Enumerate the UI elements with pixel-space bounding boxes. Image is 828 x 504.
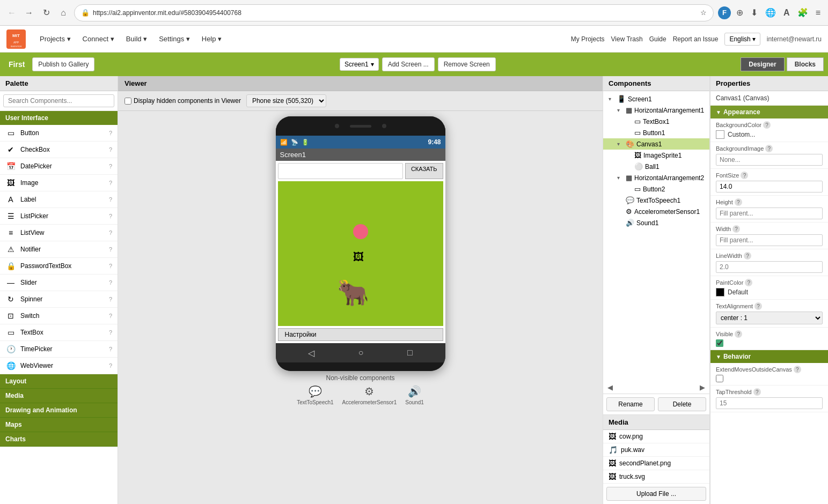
comp-item-texttospeech1[interactable]: 💬 TextToSpeech1 [603, 195, 709, 206]
bookmark-icon[interactable]: ☆ [700, 9, 707, 17]
maps-section[interactable]: Maps [0, 418, 118, 432]
upload-file-button[interactable]: Upload File ... [606, 487, 706, 501]
add-screen-button[interactable]: Add Screen ... [382, 57, 435, 71]
profile-icon[interactable]: F [718, 6, 731, 19]
guide-link[interactable]: Guide [649, 35, 666, 43]
blocks-button[interactable]: Blocks [787, 57, 824, 71]
comp-item-accelerometersensor1[interactable]: ⚙ AccelerometerSensor1 [603, 206, 709, 217]
media-item-secondPlanet_png[interactable]: 🖼 secondPlanet.png [603, 457, 709, 470]
my-projects-link[interactable]: My Projects [571, 35, 605, 43]
refresh-button[interactable]: ↻ [40, 6, 53, 19]
phone-settings-button[interactable]: Настройки [278, 328, 443, 341]
media-item-puk_wav[interactable]: 🎵 puk.wav [603, 443, 709, 457]
visible-checkbox[interactable] [716, 339, 723, 347]
paint-color-swatch[interactable] [716, 288, 724, 297]
tap-threshold-input[interactable] [716, 397, 823, 409]
language-selector[interactable]: English ▾ [724, 33, 760, 46]
paint-color-help[interactable]: ? [745, 279, 752, 286]
recent-nav-icon[interactable]: □ [407, 348, 413, 358]
menu-icon[interactable]: ≡ [814, 7, 823, 19]
bg-color-value[interactable]: Custom... [728, 131, 755, 138]
download-icon[interactable]: ⬇ [749, 6, 760, 19]
palette-help-listpicker[interactable]: ? [109, 213, 112, 219]
home-nav-icon[interactable]: ○ [358, 348, 364, 358]
palette-help-webviewer[interactable]: ? [109, 362, 112, 369]
nav-connect[interactable]: Connect ▾ [77, 32, 120, 46]
palette-item-webviewer[interactable]: 🌐 WebViewer ? [0, 358, 118, 374]
width-input[interactable] [716, 234, 823, 246]
palette-help-notifier[interactable]: ? [109, 246, 112, 253]
nav-projects[interactable]: Projects ▾ [34, 32, 76, 46]
scroll-right-icon[interactable]: ▶ [700, 383, 705, 391]
palette-item-textbox[interactable]: ▭ TextBox ? [0, 324, 118, 341]
phone-say-button[interactable]: СКАЗАТЬ [405, 163, 443, 179]
palette-help-checkbox[interactable]: ? [109, 146, 112, 153]
bg-color-swatch[interactable] [716, 130, 724, 139]
palette-item-checkbox[interactable]: ✔ CheckBox ? [0, 142, 118, 158]
view-trash-link[interactable]: View Trash [611, 35, 643, 43]
phone-size-select[interactable]: Phone size (505,320) [246, 94, 326, 107]
palette-help-datepicker[interactable]: ? [109, 163, 112, 169]
scroll-left-icon[interactable]: ◀ [607, 383, 613, 391]
palette-item-datepicker[interactable]: 📅 DatePicker ? [0, 158, 118, 175]
extensions-icon[interactable]: 🧩 [795, 6, 810, 19]
extend-moves-checkbox[interactable] [716, 375, 723, 382]
delete-button[interactable]: Delete [658, 397, 706, 411]
palette-item-slider[interactable]: — Slider ? [0, 275, 118, 291]
palette-help-passwordtextbox[interactable]: ? [109, 263, 112, 269]
comp-item-horizontalarrangement1[interactable]: ▾ ▦ HorizontalArrangement1 [603, 105, 709, 116]
forward-button[interactable]: → [23, 6, 35, 19]
publish-button[interactable]: Publish to Gallery [32, 57, 94, 71]
comp-item-button1[interactable]: ▭ Button1 [603, 127, 709, 138]
bg-image-help[interactable]: ? [765, 145, 773, 152]
designer-button[interactable]: Designer [741, 57, 784, 71]
nav-settings[interactable]: Settings ▾ [153, 32, 195, 46]
comp-item-textbox1[interactable]: ▭ TextBox1 [603, 116, 709, 127]
palette-item-spinner[interactable]: ↻ Spinner ? [0, 291, 118, 308]
visible-help[interactable]: ? [735, 330, 742, 338]
palette-help-listview[interactable]: ? [109, 229, 112, 236]
comp-item-canvas1[interactable]: ▾ 🎨 Canvas1 [603, 138, 709, 150]
line-width-help[interactable]: ? [744, 252, 751, 260]
comp-item-screen1[interactable]: ▾ 📱 Screen1 [603, 93, 709, 105]
palette-help-button[interactable]: ? [109, 130, 112, 136]
bg-image-input[interactable] [716, 154, 823, 166]
text-align-select[interactable]: center : 1 [716, 312, 823, 324]
palette-help-switch[interactable]: ? [109, 313, 112, 319]
comp-item-button2[interactable]: ▭ Button2 [603, 183, 709, 195]
palette-item-image[interactable]: 🖼 Image ? [0, 175, 118, 191]
drawing-section[interactable]: Drawing and Animation [0, 403, 118, 418]
width-help[interactable]: ? [732, 225, 740, 233]
palette-item-passwordtextbox[interactable]: 🔒 PasswordTextBox ? [0, 258, 118, 275]
user-interface-section[interactable]: User Interface [0, 111, 118, 125]
globe-icon[interactable]: 🌐 [763, 6, 778, 19]
font-size-input[interactable] [716, 181, 823, 192]
history-icon[interactable]: ⊕ [734, 6, 745, 19]
layout-section[interactable]: Layout [0, 374, 118, 389]
screen-selector[interactable]: Screen1 ▾ [340, 58, 379, 71]
extend-moves-help[interactable]: ? [794, 366, 801, 373]
palette-search-input[interactable] [3, 94, 114, 107]
comp-item-imagesprite1[interactable]: 🖼 ImageSprite1 [603, 150, 709, 161]
translate-icon[interactable]: A [781, 7, 792, 19]
remove-screen-button[interactable]: Remove Screen [438, 57, 496, 71]
palette-item-notifier[interactable]: ⚠ Notifier ? [0, 241, 118, 258]
back-button[interactable]: ← [5, 6, 18, 19]
tap-threshold-help[interactable]: ? [753, 388, 761, 396]
comp-item-sound1[interactable]: 🔊 Sound1 [603, 217, 709, 228]
home-button[interactable]: ⌂ [57, 6, 70, 19]
height-input[interactable] [716, 207, 823, 219]
hidden-components-checkbox[interactable] [124, 98, 131, 105]
comp-item-ball1[interactable]: ⚪ Ball1 [603, 161, 709, 172]
back-nav-icon[interactable]: ◁ [308, 348, 314, 358]
palette-item-switch[interactable]: ⊡ Switch ? [0, 308, 118, 324]
palette-item-listpicker[interactable]: ☰ ListPicker ? [0, 208, 118, 225]
font-size-help[interactable]: ? [741, 172, 748, 179]
media-section-palette[interactable]: Media [0, 389, 118, 403]
media-item-truck_svg[interactable]: 🖼 truck.svg [603, 470, 709, 484]
nav-build[interactable]: Build ▾ [121, 32, 153, 46]
media-item-cow_png[interactable]: 🖼 cow.png [603, 430, 709, 443]
address-bar[interactable]: 🔒 https://ai2.appinventor.mit.edu/#58039… [74, 4, 714, 21]
line-width-input[interactable] [716, 261, 823, 273]
bg-color-help[interactable]: ? [763, 121, 771, 129]
